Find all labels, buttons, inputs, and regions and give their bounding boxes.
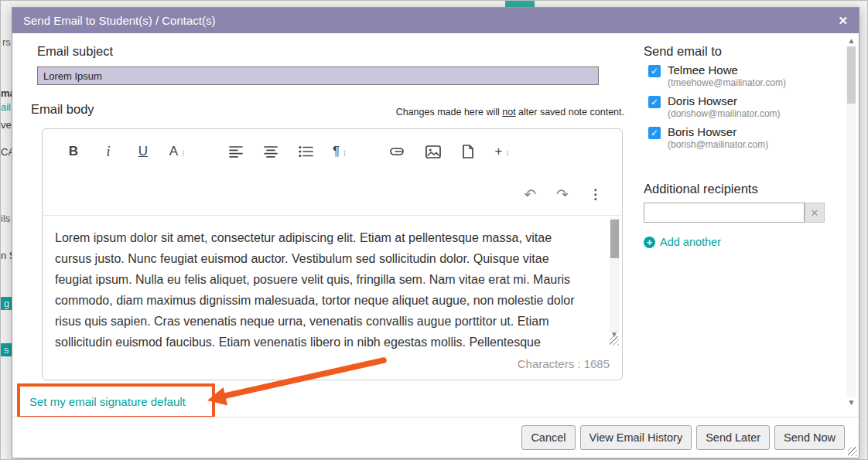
text-style-icon: A	[169, 144, 178, 159]
recipient-row: ✓ Boris Howser (borish@mailinator.com)	[648, 125, 768, 151]
align-center-icon	[264, 145, 278, 158]
recipient-checkbox[interactable]: ✓	[648, 127, 661, 139]
recipient-email: (dorishow@mailinator.com)	[668, 108, 781, 120]
editor-toolbar-row1: B i U A⋮	[43, 129, 622, 174]
scroll-down-icon[interactable]: ▼	[848, 397, 856, 408]
remove-recipient-button[interactable]: ✕	[805, 203, 825, 223]
bold-button[interactable]: B	[64, 144, 83, 159]
annotation-arrow	[198, 349, 391, 410]
redo-icon[interactable]: ↷	[556, 186, 569, 203]
close-icon[interactable]: ✕	[838, 15, 848, 26]
add-another-label: Add another	[660, 236, 721, 248]
insert-more-button[interactable]: +⋮	[494, 144, 512, 159]
email-subject-label: Email subject	[37, 44, 113, 59]
recipient-info: Boris Howser (borish@mailinator.com)	[668, 125, 768, 151]
note-emphasis: not	[502, 107, 515, 118]
rich-text-editor: B i U A⋮	[42, 128, 623, 380]
cancel-button[interactable]: Cancel	[521, 425, 575, 450]
list-icon	[299, 145, 313, 158]
italic-icon: i	[106, 144, 110, 160]
email-body-label: Email body	[31, 102, 94, 117]
underline-icon: U	[138, 144, 148, 159]
align-center-button[interactable]	[261, 145, 280, 158]
highlight-box: Set my email signature default	[17, 383, 215, 419]
modal-resize-handle[interactable]	[848, 447, 857, 456]
list-button[interactable]	[296, 145, 315, 158]
note-suffix: alter saved note content.	[516, 107, 624, 118]
recipient-info: Doris Howser (dorishow@mailinator.com)	[668, 94, 781, 120]
modal-footer: Cancel View Email History Send Later Sen…	[12, 417, 859, 458]
editor-scrollbar-thumb[interactable]	[610, 220, 619, 258]
email-body-text[interactable]: Lorem ipsum dolor sit amet, consectetur …	[55, 227, 577, 354]
recipient-name: Boris Howser	[668, 125, 768, 139]
set-signature-default-link[interactable]: Set my email signature default	[29, 395, 186, 408]
check-icon: ✓	[651, 97, 658, 107]
recipient-email: (borish@mailinator.com)	[668, 139, 768, 151]
send-now-button[interactable]: Send Now	[774, 425, 845, 450]
dropdown-dots-icon: ⋮	[341, 147, 348, 159]
send-later-button[interactable]: Send Later	[696, 425, 770, 450]
view-email-history-button[interactable]: View Email History	[580, 425, 692, 450]
image-icon	[425, 145, 441, 158]
remove-icon: ✕	[811, 207, 819, 219]
add-plus-icon: +	[644, 237, 655, 248]
modal-scrollbar[interactable]: ▲ ▼	[846, 36, 857, 408]
underline-button[interactable]: U	[134, 144, 152, 159]
modal-scrollbar-track[interactable]	[846, 46, 856, 397]
scroll-up-icon[interactable]: ▲	[848, 36, 856, 46]
paragraph-button[interactable]: ¶⋮	[331, 144, 350, 159]
text-style-button[interactable]: A⋮	[169, 144, 187, 159]
file-icon	[462, 145, 474, 158]
italic-button[interactable]: i	[99, 144, 118, 160]
modal-title: Send Email to Student(s) / Contact(s)	[23, 14, 215, 27]
character-count: Characters : 1685	[518, 357, 610, 370]
editor-resize-handle[interactable]	[610, 336, 619, 346]
email-subject-input[interactable]	[37, 66, 599, 85]
email-body-editor-area[interactable]: Lorem ipsum dolor sit amet, consectetur …	[43, 216, 622, 354]
undo-icon[interactable]: ↶	[524, 186, 536, 203]
paragraph-icon: ¶	[333, 144, 340, 159]
dropdown-dots-icon: ⋮	[504, 147, 511, 159]
editor-toolbar-row2: ↶ ↷ ⋮	[43, 174, 622, 216]
send-email-to-heading: Send email to	[644, 44, 722, 59]
note-prefix: Changes made here will	[396, 107, 503, 118]
recipient-info: Telmee Howe (tmeehowe@mailinator.com)	[668, 63, 786, 89]
link-button[interactable]	[389, 145, 408, 158]
link-icon	[390, 145, 407, 158]
recipient-row: ✓ Telmee Howe (tmeehowe@mailinator.com)	[648, 63, 786, 89]
insert-plus-icon: +	[495, 144, 503, 159]
align-left-icon	[229, 145, 243, 158]
recipient-name: Telmee Howe	[668, 63, 786, 77]
recipient-row: ✓ Doris Howser (dorishow@mailinator.com)	[648, 94, 781, 120]
modal-scrollbar-thumb[interactable]	[847, 46, 856, 104]
recipient-name: Doris Howser	[668, 94, 781, 108]
add-another-link[interactable]: + Add another	[644, 236, 721, 248]
dropdown-dots-icon: ⋮	[179, 147, 186, 159]
recipient-email: (tmeehowe@mailinator.com)	[668, 77, 786, 89]
note-warning: Changes made here will not alter saved n…	[396, 107, 624, 118]
screen: rs ma ail ve CA ils n S g s Send Email t…	[0, 0, 868, 460]
additional-recipient-input[interactable]	[644, 203, 805, 223]
modal-header: Send Email to Student(s) / Contact(s) ✕	[12, 8, 859, 33]
check-icon: ✓	[651, 128, 658, 138]
plus-glyph: +	[647, 237, 653, 247]
image-button[interactable]	[424, 145, 443, 158]
editor-scrollbar[interactable]: ▼	[610, 218, 620, 332]
check-icon: ✓	[651, 66, 658, 77]
align-left-button[interactable]	[227, 145, 245, 158]
send-email-modal: Send Email to Student(s) / Contact(s) ✕ …	[12, 7, 859, 458]
additional-recipients-heading: Additional recipients	[644, 182, 758, 196]
more-options-icon[interactable]: ⋮	[589, 186, 602, 203]
recipient-checkbox[interactable]: ✓	[648, 65, 661, 77]
bold-icon: B	[69, 144, 78, 159]
file-button[interactable]	[459, 145, 477, 158]
recipient-checkbox[interactable]: ✓	[648, 96, 661, 108]
